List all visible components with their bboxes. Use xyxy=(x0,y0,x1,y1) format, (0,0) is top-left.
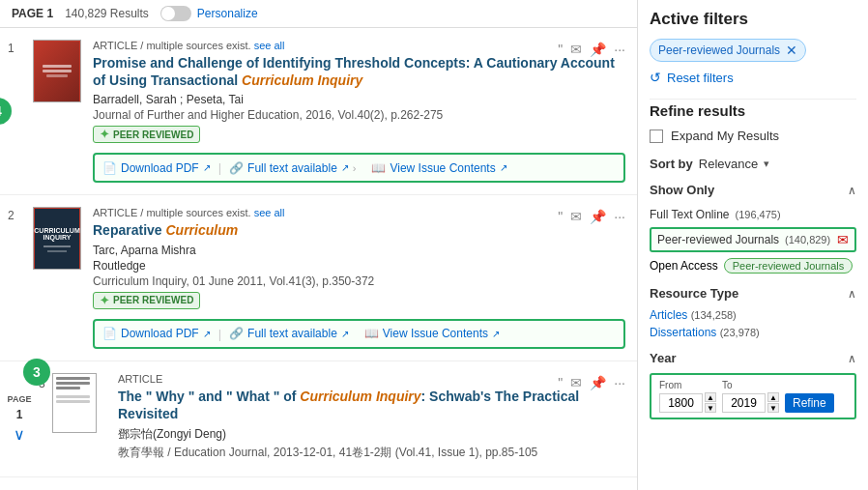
result-title[interactable]: Promise and Challenge of Identifying Thr… xyxy=(93,54,625,89)
quote-icon[interactable]: " xyxy=(558,42,563,57)
email-icon-2[interactable]: ✉ xyxy=(570,209,582,224)
ext-icon: ↗ xyxy=(203,329,211,339)
expand-checkbox[interactable] xyxy=(650,130,663,143)
year-from-up[interactable]: ▲ xyxy=(705,392,716,402)
link-icon: 🔗 xyxy=(229,161,244,175)
see-all-link-2[interactable]: see all xyxy=(254,207,285,218)
personalize-toggle[interactable]: Personalize xyxy=(160,6,258,21)
result-actions-right-2: " ✉ 📌 ··· xyxy=(558,209,625,224)
results-list: 1 ARTICLE / multiple sources exist. see … xyxy=(0,28,637,490)
external-icon2: ↗ xyxy=(341,162,349,173)
year-to-stepper[interactable]: ▲ ▼ xyxy=(767,392,779,413)
open-access-row[interactable]: Open Access Peer-reviewed Journals xyxy=(650,255,856,276)
full-text-link[interactable]: 🔗 Full text available ↗ › xyxy=(229,161,356,175)
action-links-2: 📄 Download PDF ↗ | 🔗 Full text available… xyxy=(93,319,625,349)
page-nav-number: 1 xyxy=(16,408,23,421)
result-title-2[interactable]: Reparative Curriculum xyxy=(93,221,625,239)
results-count: 140,829 Results xyxy=(65,7,149,20)
sort-chevron[interactable]: ▾ xyxy=(764,158,769,170)
download-pdf-link-2[interactable]: 📄 Download PDF ↗ xyxy=(102,327,211,340)
quote-icon-3[interactable]: " xyxy=(558,375,563,390)
peer-icon: ✦ xyxy=(100,128,109,141)
result-thumbnail-3 xyxy=(52,373,101,465)
view-issue-link-2[interactable]: 📖 View Issue Contents ↗ xyxy=(364,327,500,340)
sort-label: Sort by xyxy=(650,157,693,171)
book-icon: 📖 xyxy=(371,161,386,175)
email-icon-3[interactable]: ✉ xyxy=(570,375,582,390)
filter-chip-label: Peer-reviewed Journals xyxy=(658,43,780,57)
result-thumbnail: CURRICULUMINQUIRY xyxy=(33,207,81,270)
result-actions-right: " ✉ 📌 ··· xyxy=(558,42,625,57)
table-row: 2 CURRICULUMINQUIRY ARTICLE / multiple s… xyxy=(0,195,637,360)
view-issue-link[interactable]: 📖 View Issue Contents ↗ xyxy=(371,161,506,175)
result-publisher: Routledge xyxy=(93,259,625,273)
resource-item-dissertations[interactable]: Dissertations (23,978) xyxy=(650,324,856,341)
more-icon[interactable]: ··· xyxy=(614,42,625,57)
result-authors-3: 鄧宗怡(Zongyi Deng) xyxy=(118,426,625,443)
more-icon-3[interactable]: ··· xyxy=(614,375,625,390)
show-only-item-full-text[interactable]: Full Text Online (196,475) xyxy=(650,205,856,224)
result-number: 2 xyxy=(8,207,21,348)
show-only-item-peer-reviewed[interactable]: Peer-reviewed Journals (140,829) ✉ xyxy=(650,227,856,252)
year-from-group: From ▲ ▼ xyxy=(659,380,716,413)
result-content-3: ARTICLE The " Why " and " What " of Curr… xyxy=(118,373,625,465)
peer-reviewed-badge: ✦ PEER REVIEWED xyxy=(93,126,200,143)
resource-item-articles[interactable]: Articles (134,258) xyxy=(650,306,856,324)
show-only-collapse[interactable]: ∧ xyxy=(848,184,856,197)
page-nav-down[interactable]: ∨ xyxy=(14,425,25,444)
open-access-label: Open Access xyxy=(650,259,718,273)
sort-value: Relevance xyxy=(699,157,758,171)
top-bar: PAGE 1 140,829 Results Personalize xyxy=(0,0,637,28)
quote-icon-2[interactable]: " xyxy=(558,209,563,224)
result-thumbnail xyxy=(33,40,81,102)
year-to-down[interactable]: ▼ xyxy=(767,403,779,413)
toggle-switch[interactable] xyxy=(160,6,191,21)
full-text-link-2[interactable]: 🔗 Full text available ↗ xyxy=(229,327,349,340)
personalize-label[interactable]: Personalize xyxy=(197,7,258,20)
expand-row: Expand My Results xyxy=(650,129,856,143)
action-links: 📄 Download PDF ↗ | 🔗 Full text available… xyxy=(93,153,625,183)
result-journal: Journal of Further and Higher Education,… xyxy=(93,108,625,122)
pin-icon-3[interactable]: 📌 xyxy=(590,375,606,390)
resource-type-collapse[interactable]: ∧ xyxy=(848,287,856,301)
pdf-icon-2: 📄 xyxy=(102,327,117,340)
email-icon[interactable]: ✉ xyxy=(570,42,582,57)
external-icon: ↗ xyxy=(203,162,211,173)
result-authors-2: Tarc, Aparna Mishra xyxy=(93,244,625,257)
peer-reviewed-count: (140,829) xyxy=(785,234,830,245)
resource-type-header: Resource Type ∧ xyxy=(650,286,856,301)
filter-chip: Peer-reviewed Journals ✕ xyxy=(650,39,806,62)
year-title: Year xyxy=(650,351,676,365)
result-type: ARTICLE / multiple sources exist. see al… xyxy=(93,40,625,51)
year-from-row: ▲ ▼ xyxy=(659,392,716,413)
ext-icon2: ↗ xyxy=(341,329,349,339)
year-from-input[interactable] xyxy=(659,393,703,413)
sort-row[interactable]: Sort by Relevance ▾ xyxy=(650,157,856,171)
peer-reviewed-badge-2: ✦ PEER REVIEWED xyxy=(93,292,200,309)
year-to-up[interactable]: ▲ xyxy=(767,392,779,402)
reset-filters-btn[interactable]: ↺ Reset filters xyxy=(650,70,856,85)
pin-icon-2[interactable]: 📌 xyxy=(590,209,606,224)
result-actions-right-3: " ✉ 📌 ··· xyxy=(558,375,625,390)
year-from-down[interactable]: ▼ xyxy=(705,403,716,413)
reset-icon: ↺ xyxy=(650,70,661,85)
see-all-link[interactable]: see all xyxy=(254,40,285,51)
peer-reviewed-mail-icon[interactable]: ✉ xyxy=(837,232,849,247)
show-only-title: Show Only xyxy=(650,183,714,197)
refine-button[interactable]: Refine xyxy=(785,393,834,413)
pin-icon[interactable]: 📌 xyxy=(590,42,606,57)
year-to-label: To xyxy=(722,380,779,390)
full-text-count: (196,475) xyxy=(735,209,780,220)
result-journal-2: Curriculum Inquiry, 01 June 2011, Vol.41… xyxy=(93,274,625,288)
result-type-3: ARTICLE xyxy=(118,373,625,385)
result-title-3[interactable]: The " Why " and " What " of Curriculum I… xyxy=(118,388,625,422)
peer-journals-tag: Peer-reviewed Journals xyxy=(724,258,854,274)
year-to-input[interactable] xyxy=(722,393,766,413)
toggle-knob xyxy=(161,7,175,20)
more-icon-2[interactable]: ··· xyxy=(614,209,625,224)
filter-chip-close[interactable]: ✕ xyxy=(786,43,797,58)
year-from-stepper[interactable]: ▲ ▼ xyxy=(705,392,716,413)
download-pdf-link[interactable]: 📄 Download PDF ↗ xyxy=(102,161,211,175)
page-indicator: PAGE 1 xyxy=(12,7,53,20)
year-collapse[interactable]: ∧ xyxy=(848,352,856,365)
